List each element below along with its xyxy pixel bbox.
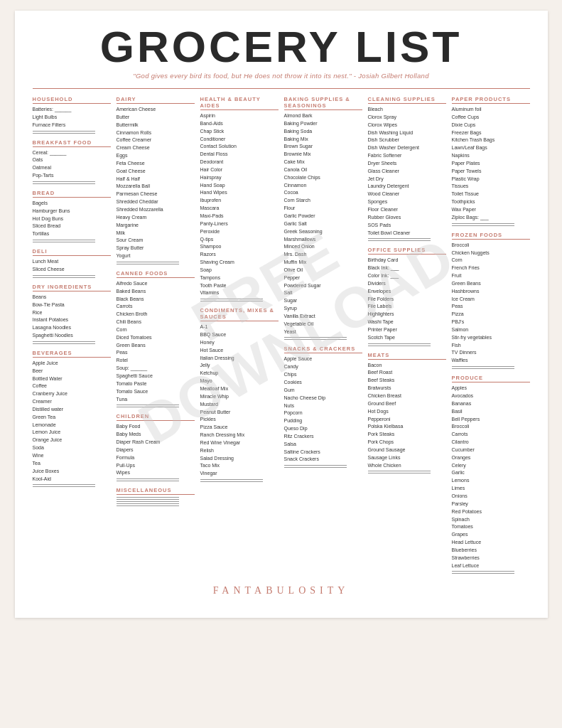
subtitle: "God gives every bird its food, but He d…: [33, 72, 530, 80]
blank-line-0-4-7: [33, 343, 95, 344]
list-item: Sugar: [284, 297, 362, 305]
list-item: Lasagna Noodles: [33, 324, 111, 332]
blank-line-3-1-15: [284, 467, 347, 468]
list-item: Carrots: [117, 303, 195, 311]
blank-line-1-3-4: [117, 505, 179, 506]
list-item: Corn: [452, 257, 530, 264]
list-item: Baking Mix: [284, 136, 362, 144]
list-item: Dish Washer Detergent: [368, 144, 446, 152]
list-item: Rubber Gloves: [368, 214, 446, 222]
blank-line-5-1-16: [452, 366, 514, 367]
top-divider: [33, 88, 530, 89]
blank-line-3-1-14: [284, 465, 347, 466]
blank-line-1-1-17: [117, 407, 179, 407]
list-item: Goat Cheese: [117, 168, 195, 176]
list-item: Soup: ______: [117, 365, 195, 373]
list-item: Sliced Cheese: [33, 266, 111, 274]
list-item: Pudding: [284, 417, 362, 425]
list-item: Baby Food: [117, 423, 195, 431]
list-item: Celery: [452, 462, 530, 470]
list-item: Ketchup: [200, 370, 279, 378]
list-item: Clorox Wipes: [368, 122, 446, 129]
list-item: Minced Onion: [284, 243, 362, 251]
list-item: Broccoli: [452, 423, 530, 431]
list-item: SOS Pads: [368, 222, 446, 230]
list-item: Baked Beans: [117, 288, 195, 296]
list-item: Flour: [284, 205, 362, 213]
list-item: American Cheese: [117, 106, 195, 114]
list-item: Dental Floss: [200, 151, 279, 159]
list-item: Popcorn: [284, 410, 362, 417]
list-item: Candy: [284, 363, 362, 371]
list-item: Vegetable Oil: [284, 321, 362, 328]
list-item: Furnace Filters: [33, 122, 111, 129]
list-item: Avocados: [452, 392, 530, 400]
blank-line-1-3-3: [117, 503, 179, 504]
list-item: Beef Steaks: [368, 377, 446, 385]
list-item: Polska Kielbasa: [368, 423, 446, 431]
section-title-4-1: OFFICE SUPPLIES: [368, 247, 446, 255]
list-item: Spinach: [452, 516, 530, 524]
list-item: Half & Half: [117, 176, 195, 183]
list-item: Honey: [200, 339, 279, 347]
list-item: A-1: [200, 323, 279, 331]
list-item: BBQ Sauce: [200, 331, 279, 339]
list-item: Apple Juice: [33, 360, 111, 368]
list-item: Ground Sausage: [368, 446, 446, 454]
list-item: Milk: [117, 230, 195, 237]
list-item: Cream Cheese: [117, 144, 195, 152]
section-title-5-0: PAPER PRODUCTS: [452, 96, 530, 104]
blank-line-0-5-16: [33, 484, 95, 485]
list-item: Green Beans: [452, 280, 530, 288]
blank-line-1-0-20: [117, 262, 179, 262]
list-item: Cereal: ______: [33, 149, 111, 157]
list-item: Feta Cheese: [117, 160, 195, 168]
list-item: Floor Cleaner: [368, 206, 446, 214]
list-item: Hand Wipes: [200, 189, 279, 197]
list-item: Jelly: [200, 362, 279, 370]
list-item: Muffin Mix: [284, 259, 362, 267]
list-item: Limes: [452, 485, 530, 493]
list-item: File Labels: [368, 303, 446, 311]
list-item: Apples: [452, 385, 530, 392]
list-item: Scotch Tape: [368, 334, 446, 342]
list-item: Deodorant: [200, 159, 279, 166]
list-item: Soda: [33, 444, 111, 452]
list-item: Ice Cream: [452, 296, 530, 304]
list-item: Chicken Broth: [117, 311, 195, 318]
list-item: Dixie Cups: [452, 122, 530, 129]
list-item: Shampoo: [200, 243, 279, 251]
blank-line-4-1-11: [368, 343, 431, 344]
list-item: Diaper Rash Cream: [117, 439, 195, 446]
list-item: Olive Oil: [284, 267, 362, 274]
list-item: Salt: [284, 289, 362, 297]
list-item: Canola Oil: [284, 166, 362, 174]
blank-line-1-3-0: [117, 497, 179, 498]
list-item: Tooth Paste: [200, 282, 279, 290]
list-item: Paper Plates: [452, 160, 530, 168]
list-item: Tampons: [200, 274, 279, 282]
blank-line-2-1-21: [200, 481, 263, 482]
section-title-2-1: CONDIMENTS, MIXES & SAUCES: [200, 307, 279, 321]
list-item: Cake Mix: [284, 159, 362, 166]
list-item: Almond Bark: [284, 112, 362, 120]
list-item: Brown Sugar: [284, 143, 362, 151]
list-item: Mozzarella Ball: [117, 183, 195, 191]
section-title-1-3: MISCELLANEOUS: [117, 487, 195, 495]
list-item: Red Wine Vinegar: [200, 439, 279, 447]
list-item: Buttermilk: [117, 122, 195, 129]
list-item: PBJ's: [452, 318, 530, 326]
list-item: Parmesan Cheese: [117, 191, 195, 198]
list-item: Distilled water: [33, 406, 111, 414]
list-item: Cinnamon: [284, 182, 362, 190]
list-item: Glass Cleaner: [368, 168, 446, 176]
list-item: Spray Butter: [117, 245, 195, 252]
list-item: Hot Dogs: [368, 408, 446, 416]
list-item: Nacho Cheese Dip: [284, 395, 362, 402]
blank-line-3-0-30: [284, 339, 347, 340]
blank-line-2-0-24: [200, 299, 263, 299]
list-item: Coffee Creamer: [117, 136, 195, 144]
list-item: Bottled Water: [33, 375, 111, 383]
list-item: Tomato Paste: [117, 380, 195, 388]
blank-line-0-4-6: [33, 341, 95, 342]
